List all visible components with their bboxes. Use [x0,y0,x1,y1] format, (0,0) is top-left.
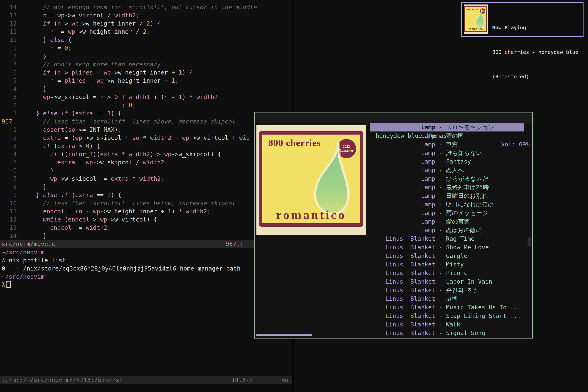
queue-item[interactable]: Linus' Blanket - Labor In Vain [370,277,524,286]
queue-item[interactable]: Lamp - 誰も知らない [370,149,524,157]
line-number: 4 [0,85,17,93]
terminal-scroll-position: Bot [281,376,292,384]
album-frame: 800 cherries 2022Remaster romantico [259,131,363,226]
line-number: 14 [0,3,17,11]
teardrop-illustration [300,141,355,216]
code-line[interactable]: 1 assert(so <= INT_MAX); [0,126,292,134]
code-line[interactable]: 5 n = plines - wp->w_height_inner + 1; [0,76,292,85]
queue-item[interactable]: Linus' Blanket - Music Takes Us To ... [370,303,524,312]
line-number: 11 [0,207,17,216]
line-number: 12 [0,216,17,224]
line-number: 3 [0,142,17,150]
terminal-line[interactable]: λ nix profile list [2,256,66,264]
code-line[interactable]: 3 if (extra > 0) { [0,142,292,150]
code-line[interactable]: 13 endcol -= width2; [0,224,292,232]
terminal-statusline: term://~/src/neovim//4713:/bin/zsh 14,3-… [0,376,292,384]
line-number: 1 [0,109,17,118]
queue-item-current[interactable]: Lamp - スロ〜モ〜ション [370,123,524,132]
code-line[interactable]: 4 if ((colnr_T)(extra * width2) > wp->w_… [0,150,292,158]
line-number: 5 [0,76,17,85]
line-number: 2 [0,134,17,142]
queue-item[interactable]: Lamp - ひろがるなみだ [370,174,524,183]
terminal-line: 0 - - /nix/store/cq3cx86h28j0y46ls0nhjzj… [2,264,240,272]
queue-item[interactable]: Linus' Blanket - Walk [370,320,524,329]
terminal-buffer-name: term://~/src/neovim//4713:/bin/zsh [2,376,123,384]
code-line[interactable]: 12 if (n > wp->w_height_inner / 2) { [0,20,292,28]
queue-item[interactable]: Lamp - 恋は月の蔭に [370,226,524,234]
code-line[interactable]: 7 // don't skip more than necessary [0,60,292,68]
queue-item[interactable]: Lamp - 恋人へ [370,166,524,174]
code-line[interactable]: 12 while (endcol > wp->w_virtcol) { [0,216,292,224]
code-line[interactable]: 14 } [0,232,292,240]
line-number: 11 [0,28,17,36]
code-line[interactable]: 5 extra = wp->w_skipcol / width2; [0,158,292,166]
code-line[interactable]: 967 // less than 'scrolloff' lines above… [0,118,292,126]
queue-item[interactable]: Lamp - 日曜日のお別れ [370,192,524,200]
terminal-line: ~/src/neovim [2,272,44,281]
code-line[interactable]: 7 wp->w_skipcol -= extra * width2; [0,174,292,183]
code-line[interactable]: 9 n = 0; [0,44,292,52]
scrollbar-thumb[interactable] [528,238,532,246]
line-number: 9 [0,191,17,199]
desktop: { "colors": { "accent_lavender": "#a29bc… [0,0,588,392]
code-line[interactable]: 14 // not enough room for 'scrolloff', p… [0,3,292,11]
notification-title: Now Playing [492,24,578,32]
line-number: 3 [0,93,17,101]
line-number: 9 [0,44,17,52]
progress-bar[interactable] [256,334,312,336]
statusline-filename: src/nvim/move.c [2,240,55,248]
line-number: 10 [0,199,17,207]
code-line[interactable]: 4 } [0,85,292,93]
queue-item[interactable]: Linus' Blanket - Show Me Love [370,243,524,252]
line-number: 12 [0,20,17,28]
line-number: 14 [0,232,17,240]
code-line[interactable]: 2 : 0; [0,101,292,109]
line-number: 7 [0,60,17,68]
notification-body-line2: (Remastered) [492,73,578,81]
code-line[interactable]: 9 } else if (extra == 2) { [0,191,292,199]
line-number: 10 [0,36,17,44]
queue-item[interactable]: Linus' Blanket - Misty [370,260,524,269]
queue-item[interactable]: Lamp - 車窓 [370,140,524,149]
notification-album-thumbnail: 800 cherries 2022Remaster romantico [464,4,488,34]
code-line[interactable]: 6 } [0,166,292,174]
teardrop-illustration [473,9,485,29]
queue-item[interactable]: Linus' Blanket - Stop Liking Start ... [370,312,524,320]
album-art: 800 cherries 2022Remaster romantico [256,125,366,235]
statusline-ruler: 967,1 [226,240,243,248]
code-line[interactable]: 3 wp->w_skipcol = n > 0 ? width1 + (n - … [0,93,292,101]
code-line[interactable]: 6 if (n > plines - wp->w_height_inner + … [0,68,292,76]
queue-item[interactable]: Linus' Blanket - 순간의 진실 [370,286,524,294]
queue-item[interactable]: Lamp - 雨のメッセージ [370,209,524,217]
neovim-editor-pane[interactable]: 14 // not enough room for 'scrolloff', p… [0,0,292,392]
terminal-line[interactable]: λ [2,281,11,289]
queue-item[interactable]: Lamp - 愛の言葉 [370,217,524,226]
queue-item[interactable]: Linus' Blanket - Signal Song [370,329,524,337]
terminal-line: ~/src/neovim [2,248,44,256]
queue-item[interactable]: Linus' Blanket - Picnic [370,269,524,277]
code-line[interactable]: 11 endcol = (n - wp->w_height_inner + 1)… [0,207,292,216]
code-line[interactable]: 13 n = wp->w_virtcol / width2; [0,11,292,20]
line-number: 6 [0,68,17,76]
queue-item[interactable]: Lamp - Fantasy [370,157,524,166]
queue-item[interactable]: Linus' Blanket - Gargle [370,252,524,260]
code-line[interactable]: 11 n -= wp->w_height_inner / 2; [0,28,292,36]
queue-item[interactable]: Linus' Blanket - Rag Time [370,234,524,243]
queue-item[interactable]: Linus' Blanket - 고백 [370,294,524,303]
now-playing-notification[interactable]: 800 cherries 2022Remaster romantico Now … [461,2,584,37]
line-number: 5 [0,158,17,166]
code-line[interactable]: 8 } [0,183,292,191]
code-line[interactable]: 10 // less than 'scrolloff' lines below,… [0,199,292,207]
code-line[interactable]: 10 } else { [0,36,292,44]
music-player-window[interactable]: [Playing] herries - honeydew blue (Remas… [254,112,533,338]
queue-item[interactable]: Lamp - 明日になれば僕は [370,200,524,209]
code-line[interactable]: 2 extra = (wp->w_skipcol + so * width2 -… [0,134,292,142]
code-line[interactable]: 1 } else if (extra == 1) { [0,109,292,118]
vim-cmdline [0,384,292,392]
line-number: 8 [0,52,17,60]
queue-item[interactable]: Lamp - 最終列車は25時 [370,183,524,192]
line-number: 13 [0,11,17,20]
code-line[interactable]: 8 } [0,52,292,60]
vim-statusline: src/nvim/move.c 967,1 [0,240,292,248]
queue-item[interactable]: Lamp - 夢の国 [370,132,524,140]
